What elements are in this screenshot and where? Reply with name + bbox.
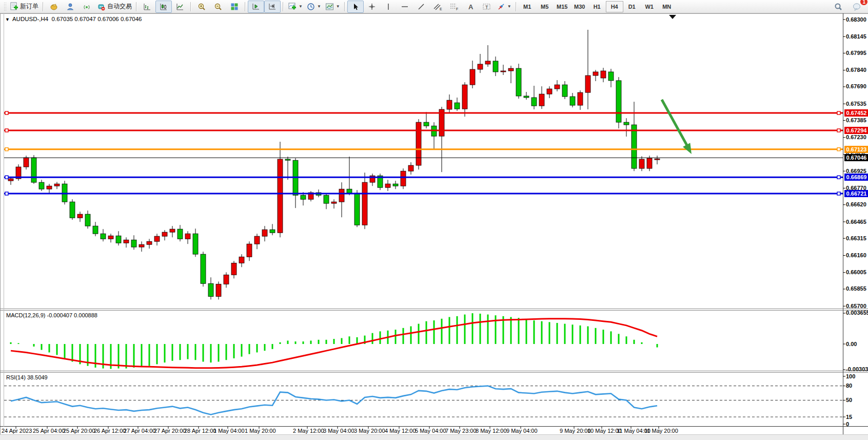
toolbar-grip[interactable] [4,2,6,11]
periods-button[interactable]: ▼ [305,1,323,13]
time-axis-label: 24 Apr 2023 [2,428,32,434]
toolbar-separator [43,2,44,11]
timeframe-mn[interactable]: MN [658,1,676,12]
time-axis-label: 26 Apr 12:00 [94,428,126,434]
rsi-axis-tick: 15 [846,414,852,420]
timeframe-h4[interactable]: H4 [606,1,623,12]
chart-title: ▼AUDUSD-,H4 0.67035 0.67047 0.67006 0.67… [5,16,142,22]
templates-button[interactable]: ▼ [323,1,342,13]
symbol-period: AUDUSD-,H4 [12,16,48,22]
timeframe-h1[interactable]: H1 [588,1,606,12]
price-axis-tick: 0.66465 [846,219,866,225]
label-button[interactable]: T [479,1,495,13]
price-axis-tick: 0.66620 [846,201,866,208]
broadcast-button[interactable] [78,1,95,13]
time-axis-label: 7 May 23:00 [445,428,477,434]
hline-price-badge[interactable]: 0.67123 [844,146,868,153]
macd-axis-tick: 0.00 [846,341,857,348]
price-axis-tick: 0.68145 [846,33,866,40]
time-axis-label: 27 Apr 20:00 [154,428,186,434]
rsi-label: RSI(14) 38.5049 [6,374,48,380]
hline-price-badge[interactable]: 0.66721 [844,190,868,197]
zoom-out-button[interactable] [210,1,226,13]
community-button[interactable] [62,1,78,13]
current-price-badge: 0.67046 [844,154,868,161]
channel-button[interactable]: E [429,1,446,13]
time-axis-label: 25 Apr 20:00 [63,428,95,434]
candlestick-button[interactable] [155,1,172,13]
new-order-button-label: 新订单 [20,2,38,11]
price-axis-tick: 0.66315 [846,235,866,242]
svg-text:T: T [485,4,488,9]
hline-price-badge[interactable]: 0.67294 [844,127,868,134]
hline-price-badge[interactable]: 0.67452 [844,109,868,117]
price-axis-tick: 0.67385 [846,117,866,124]
line-chart-button[interactable] [172,1,188,13]
zoom-in-button[interactable] [193,1,210,13]
arrows-button[interactable]: ▼ [495,1,514,13]
time-axis-label: 28 Apr 12:00 [184,428,216,434]
chart-shift-button[interactable] [264,1,281,13]
price-axis-tick: 0.67535 [846,101,866,107]
macd-axis-tick: -0.00303 [846,366,868,373]
toolbar-right: 1 [830,1,865,13]
time-axis-label: 3 May 20:00 [354,428,385,434]
toolbar-separator [245,2,246,11]
trendline-button[interactable] [413,1,429,13]
timeframe-d1[interactable]: D1 [623,1,641,12]
price-axis-tick: 0.67840 [846,67,866,73]
auto-scroll-button[interactable] [248,1,264,13]
cursor-button[interactable] [347,1,364,13]
chevron-down-icon[interactable]: ▼ [299,4,303,9]
collapse-triangle-icon[interactable]: ▼ [5,17,10,22]
chevron-down-icon[interactable]: ▼ [336,4,340,9]
ohlc-quotes: 0.67035 0.67047 0.67006 0.67046 [52,16,142,22]
notifications-button[interactable]: 1 [849,1,865,13]
algo-trading-button-label: 自动交易 [107,2,132,11]
price-axis-tick: 0.66005 [846,269,866,276]
toolbar-separator [344,2,345,11]
macd-values: -0.000407 0.000888 [47,312,97,318]
price-axis-tick: 0.68300 [846,16,866,23]
time-axis-label: 4 May 12:00 [385,428,416,434]
main-toolbar: 新订单自动交易▼▼▼EFAT▼ M1M5M15M30H1H4D1W1MN 1 [0,0,868,13]
rsi-axis-tick: 0 [846,421,849,428]
timeframe-m30[interactable]: M30 [571,1,588,12]
tile-windows-button[interactable] [226,1,243,13]
vertical-line-button[interactable] [380,1,397,13]
chart-canvas[interactable] [0,13,868,434]
new-order-button[interactable]: 新订单 [8,1,41,13]
price-axis-tick: 0.67690 [846,83,866,90]
timeframe-toolbar: M1M5M15M30H1H4D1W1MN [519,1,676,12]
bar-chart-button[interactable] [139,1,155,13]
price-axis-tick: 0.65855 [846,285,866,292]
time-marker-icon [669,15,676,19]
rsi-axis-tick: 100 [846,373,855,380]
text-button[interactable]: A [462,1,479,13]
crosshair-button[interactable] [364,1,380,13]
chevron-down-icon[interactable]: ▼ [317,4,321,9]
svg-text:E: E [440,7,442,11]
mt-terminal: 新订单自动交易▼▼▼EFAT▼ M1M5M15M30H1H4D1W1MN 1 ▼… [0,0,868,440]
horizontal-line-button[interactable] [397,1,413,13]
search-button[interactable] [830,1,846,13]
timeframe-m5[interactable]: M5 [536,1,554,12]
time-axis-label: 5 May 04:00 [415,428,446,434]
hline-price-badge[interactable]: 0.66869 [844,174,868,181]
time-axis-label: 11 May 20:00 [644,428,678,434]
time-axis-label: 9 May 20:00 [560,428,591,434]
indicators-button[interactable]: ▼ [286,1,305,13]
algo-trading-button[interactable]: 自动交易 [95,1,134,13]
timeframe-m15[interactable]: M15 [554,1,571,12]
gold-badge-button[interactable] [46,1,62,13]
timeframe-m1[interactable]: M1 [519,1,536,12]
price-axis-tick: 0.67230 [846,134,866,141]
time-axis-label: 2 May 12:00 [293,428,324,434]
time-axis-label: 1 May 04:00 [213,428,245,434]
timeframe-w1[interactable]: W1 [641,1,658,12]
chevron-down-icon[interactable]: ▼ [507,4,511,9]
price-axis-tick: 0.65700 [846,303,866,310]
rsi-axis-tick: 50 [846,397,852,404]
macd-axis-tick: 0.003655 [846,310,868,316]
fibonacci-button[interactable]: F [446,1,462,13]
